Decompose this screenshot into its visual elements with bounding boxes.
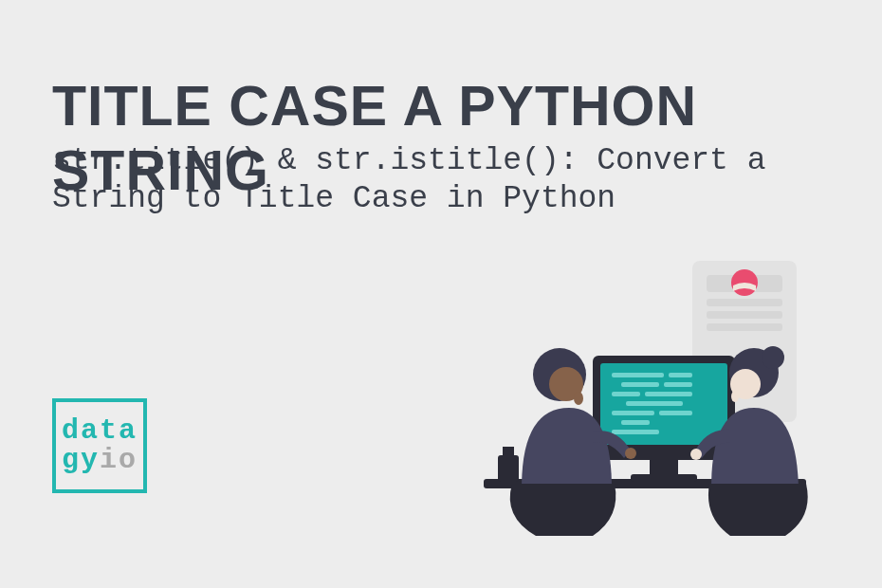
svg-rect-19 (626, 401, 683, 406)
svg-point-32 (690, 449, 702, 460)
svg-rect-4 (707, 323, 782, 331)
svg-rect-14 (669, 373, 692, 377)
svg-rect-23 (612, 430, 659, 434)
svg-rect-17 (612, 392, 640, 396)
svg-rect-12 (631, 474, 697, 482)
svg-point-27 (625, 448, 636, 459)
svg-rect-22 (621, 420, 650, 425)
logo-line-2a: gy (62, 446, 100, 476)
logo-line-2b: io (100, 446, 138, 476)
svg-rect-20 (612, 411, 654, 415)
logo-line-2: gyio (62, 446, 138, 476)
illustration-coding-people (446, 251, 844, 545)
svg-rect-18 (645, 392, 692, 396)
svg-rect-16 (664, 382, 692, 387)
page-subtitle: str.title() & str.istitle(): Convert a S… (52, 142, 882, 217)
svg-rect-21 (659, 411, 692, 415)
svg-rect-11 (650, 460, 678, 474)
svg-rect-13 (612, 373, 664, 377)
svg-point-31 (731, 391, 739, 402)
svg-rect-7 (498, 455, 519, 482)
svg-rect-15 (621, 382, 659, 387)
svg-rect-8 (503, 447, 514, 455)
svg-rect-3 (707, 311, 782, 319)
svg-point-26 (574, 392, 583, 405)
svg-rect-2 (707, 299, 782, 306)
svg-point-29 (762, 346, 784, 369)
logo-line-1: data (62, 416, 138, 447)
datagy-logo: data gyio (52, 398, 147, 493)
